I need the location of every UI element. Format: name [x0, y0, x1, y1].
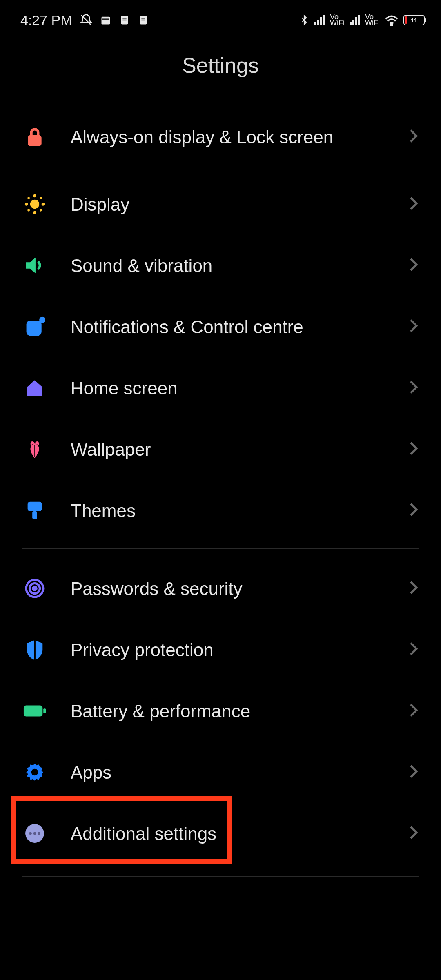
svg-rect-4	[122, 18, 126, 18]
svg-rect-7	[141, 18, 145, 18]
item-label: Notifications & Control centre	[71, 316, 384, 338]
wifi-icon	[385, 14, 399, 26]
gear-icon	[22, 762, 47, 782]
svg-rect-8	[141, 20, 145, 20]
svg-rect-20	[27, 321, 42, 336]
svg-point-9	[391, 24, 392, 25]
item-label: Additional settings	[71, 822, 384, 845]
vowifi-label-1: Vo WiFi	[330, 14, 345, 27]
svg-point-18	[27, 209, 30, 212]
lock-icon	[22, 125, 47, 148]
settings-item-home[interactable]: Home screen	[22, 357, 419, 419]
signal-icon-1	[314, 15, 325, 25]
svg-rect-2	[102, 19, 109, 20]
chevron-right-icon	[408, 702, 419, 720]
chevron-right-icon	[408, 318, 419, 336]
svg-point-13	[33, 211, 36, 214]
svg-point-32	[29, 832, 32, 835]
svg-point-12	[33, 194, 36, 197]
settings-item-display[interactable]: Display	[22, 174, 419, 235]
settings-item-privacy[interactable]: Privacy protection	[22, 619, 419, 680]
dots-icon	[22, 823, 47, 844]
doc-icon-2	[138, 14, 149, 26]
item-label: Passwords & security	[71, 577, 384, 600]
signal-icon-2	[350, 15, 360, 25]
svg-point-30	[31, 769, 38, 776]
svg-rect-24	[32, 511, 37, 519]
mute-icon	[80, 13, 93, 27]
settings-item-notifications[interactable]: Notifications & Control centre	[22, 296, 419, 357]
vowifi-label-2: Vo WiFi	[365, 14, 380, 27]
item-label: Privacy protection	[71, 639, 384, 661]
svg-point-19	[40, 209, 42, 212]
home-icon	[22, 378, 47, 398]
svg-rect-23	[28, 502, 42, 511]
settings-item-wallpaper[interactable]: Wallpaper	[22, 419, 419, 480]
chevron-right-icon	[408, 379, 419, 397]
status-left: 4:27 PM	[20, 12, 149, 28]
settings-item-always-on[interactable]: Always-on display & Lock screen	[22, 100, 419, 174]
fingerprint-icon	[22, 578, 47, 599]
settings-item-apps[interactable]: Apps	[22, 742, 419, 803]
notify-icon	[22, 316, 47, 337]
svg-rect-10	[28, 135, 41, 146]
svg-point-17	[40, 197, 42, 199]
svg-rect-5	[122, 20, 126, 20]
clock-text: 4:27 PM	[20, 12, 72, 28]
item-label: Sound & vibration	[71, 254, 384, 277]
status-bar: 4:27 PM	[0, 0, 441, 37]
chevron-right-icon	[408, 579, 419, 597]
item-label: Display	[71, 193, 384, 216]
settings-item-battery[interactable]: Battery & performance	[22, 680, 419, 742]
svg-point-34	[38, 832, 40, 835]
chevron-right-icon	[408, 763, 419, 781]
svg-point-27	[33, 587, 36, 590]
item-label: Themes	[71, 499, 384, 522]
battery-level: 11	[404, 16, 424, 24]
svg-rect-29	[43, 708, 46, 713]
page-title: Settings	[0, 37, 441, 100]
svg-point-21	[39, 317, 45, 323]
svg-rect-1	[101, 17, 110, 24]
battery-setting-icon	[22, 704, 47, 718]
chevron-right-icon	[408, 824, 419, 842]
section-divider	[22, 548, 419, 549]
svg-point-33	[33, 832, 36, 835]
item-label: Battery & performance	[71, 700, 384, 722]
chevron-right-icon	[408, 440, 419, 458]
settings-item-sound[interactable]: Sound & vibration	[22, 235, 419, 296]
speaker-icon	[22, 255, 47, 276]
svg-rect-28	[24, 705, 42, 716]
section-divider	[22, 876, 419, 877]
svg-point-16	[27, 197, 30, 199]
doc-icon-1	[119, 14, 130, 26]
item-label: Apps	[71, 761, 384, 784]
brush-icon	[22, 499, 47, 521]
svg-point-11	[30, 200, 39, 209]
chevron-right-icon	[408, 501, 419, 519]
sun-icon	[22, 194, 47, 215]
chevron-right-icon	[408, 641, 419, 659]
settings-item-additional[interactable]: Additional settings	[22, 803, 419, 864]
status-right: Vo WiFi Vo WiFi 11	[299, 13, 425, 27]
calendar-icon	[100, 14, 111, 26]
svg-point-14	[25, 203, 28, 205]
svg-point-15	[42, 203, 45, 205]
settings-item-security[interactable]: Passwords & security	[22, 558, 419, 619]
flower-icon	[22, 439, 47, 460]
shield-icon	[22, 639, 47, 661]
chevron-right-icon	[408, 256, 419, 274]
chevron-right-icon	[408, 128, 419, 146]
bluetooth-icon	[299, 13, 310, 27]
item-label: Home screen	[71, 377, 384, 399]
item-label: Always-on display & Lock screen	[71, 126, 384, 148]
chevron-right-icon	[408, 195, 419, 213]
settings-list: Always-on display & Lock screen Display	[0, 100, 441, 877]
settings-item-themes[interactable]: Themes	[22, 480, 419, 541]
item-label: Wallpaper	[71, 438, 384, 461]
battery-icon: 11	[403, 15, 425, 25]
